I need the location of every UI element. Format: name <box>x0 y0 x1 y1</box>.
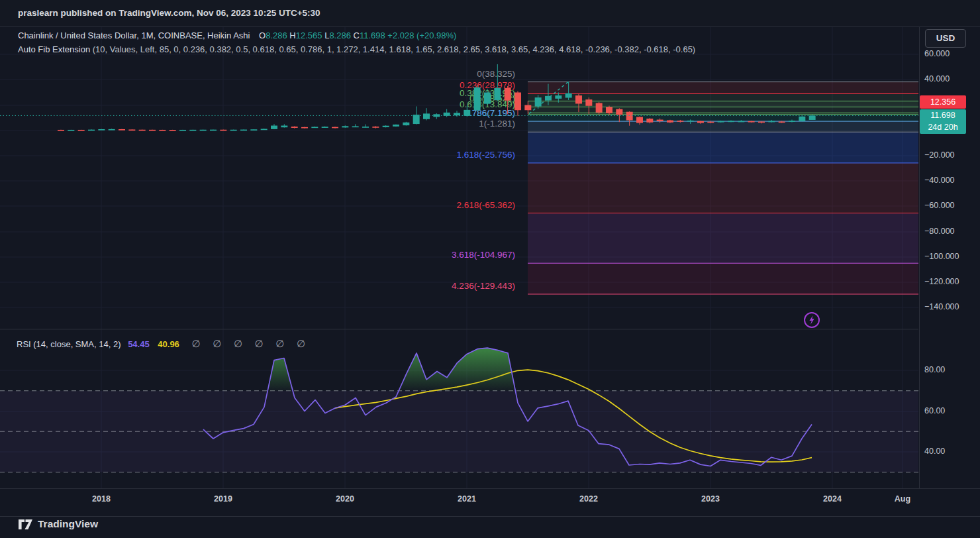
fib-band <box>528 163 918 213</box>
candle <box>98 129 105 131</box>
candle <box>383 126 389 127</box>
fib-level-label: 1.618(-25.756) <box>456 150 515 160</box>
rsi-sma-value: 40.96 <box>158 339 179 349</box>
fib-band <box>528 107 918 113</box>
candle <box>170 130 176 131</box>
candle <box>332 127 338 129</box>
empty-set-icon: ∅ <box>297 338 305 349</box>
time-axis[interactable]: 2018201920202021202220232024Aug <box>0 488 980 517</box>
candle <box>78 130 85 131</box>
change-value: +2.028 (+20.98%) <box>387 30 456 40</box>
ohlc-values: O8.286 H12.565 L8.286 C11.698 +2.028 (+2… <box>259 30 456 40</box>
chart-canvas[interactable]: 0(38.325)0.236(28.978)0.382(23.195)0.5(1… <box>0 0 918 517</box>
candle <box>322 127 328 128</box>
time-axis-label[interactable]: Aug <box>895 494 910 504</box>
candle <box>271 126 277 129</box>
rsi-title[interactable]: RSI (14, close, SMA, 14, 2) <box>17 339 121 349</box>
candle <box>281 126 287 128</box>
time-axis-label[interactable]: 2018 <box>92 494 111 504</box>
candle <box>585 99 592 106</box>
candle <box>413 115 420 124</box>
fib-level-label: 4.236(-129.443) <box>452 281 515 291</box>
candle <box>748 121 755 123</box>
main-legend[interactable]: Chainlink / United States Dollar, 1M, CO… <box>18 30 695 54</box>
candle <box>423 113 430 119</box>
candle <box>667 121 673 123</box>
empty-set-icon: ∅ <box>213 338 221 349</box>
candle <box>505 88 511 101</box>
candle <box>728 121 734 122</box>
candle <box>301 127 308 129</box>
candle <box>220 130 226 131</box>
candle <box>555 95 562 99</box>
candle <box>454 113 460 115</box>
candle <box>697 121 704 123</box>
price-scale-tick: −20.000 <box>924 150 955 160</box>
currency-toggle-button[interactable]: USD <box>925 29 966 48</box>
candle <box>291 127 298 128</box>
candle <box>626 112 633 121</box>
empty-set-icon: ∅ <box>255 338 264 349</box>
candle <box>809 115 816 120</box>
candle <box>149 130 156 131</box>
candle <box>565 93 572 98</box>
price-scale[interactable]: USD 60.00040.000−20.000−40.000−60.000−80… <box>919 27 980 517</box>
candle <box>524 105 531 111</box>
main-pane: 0(38.325)0.236(28.978)0.382(23.195)0.5(1… <box>0 64 918 294</box>
candle <box>240 130 247 131</box>
candle <box>596 103 603 113</box>
time-axis-label[interactable]: 2019 <box>214 494 232 504</box>
time-axis-label[interactable]: 2023 <box>701 494 720 504</box>
bar-countdown: 24d 20h <box>920 121 966 133</box>
time-axis-label[interactable]: 2021 <box>458 494 476 504</box>
candle <box>372 127 379 128</box>
price-scale-tick: −100.000 <box>924 252 959 261</box>
fib-band <box>528 132 918 163</box>
candle <box>606 107 612 113</box>
rsi-pane <box>0 348 918 472</box>
time-axis-label[interactable]: 2022 <box>579 494 598 504</box>
candle <box>636 117 643 123</box>
empty-set-icon: ∅ <box>191 338 200 349</box>
candle <box>58 130 64 131</box>
candle <box>68 130 74 131</box>
candle <box>179 130 186 131</box>
rsi-legend[interactable]: RSI (14, close, SMA, 14, 2) 54.45 40.96 … <box>17 338 305 350</box>
candle <box>230 130 237 131</box>
indicator-title[interactable]: Auto Fib Extension <box>18 44 90 54</box>
candle <box>250 129 257 131</box>
candle <box>352 126 359 127</box>
fib-level-label: 3.618(-104.967) <box>452 250 515 260</box>
flash-boost-icon[interactable] <box>802 310 822 330</box>
time-axis-label[interactable]: 2024 <box>823 494 842 504</box>
tradingview-brand[interactable]: TradingView <box>18 518 98 530</box>
candle <box>109 129 115 131</box>
candle <box>575 95 582 103</box>
fib-band <box>528 115 918 121</box>
tradingview-logo-icon <box>18 519 33 530</box>
symbol-legend-row[interactable]: Chainlink / United States Dollar, 1M, CO… <box>18 30 695 40</box>
empty-set-icon: ∅ <box>234 338 242 349</box>
candle <box>646 119 653 123</box>
candle <box>535 97 542 106</box>
candle <box>484 93 491 104</box>
time-axis-label[interactable]: 2020 <box>336 494 354 504</box>
indicator-legend-row[interactable]: Auto Fib Extension (10, Values, Left, 85… <box>18 44 695 54</box>
candle <box>677 121 683 122</box>
price-scale-tick: −40.000 <box>924 176 955 185</box>
fib-level-label: 1(-1.281) <box>479 119 515 129</box>
candle <box>139 130 146 131</box>
price-scale-tick: 40.00 <box>924 447 945 456</box>
candle <box>200 130 207 131</box>
fib-level-label: 0(38.325) <box>477 69 515 79</box>
price-scale-tick: −120.000 <box>924 277 959 286</box>
tradingview-published-chart: 0(38.325)0.236(28.978)0.382(23.195)0.5(1… <box>0 0 980 538</box>
published-bar: praslearn published on TradingView.com, … <box>0 0 980 27</box>
price-scale-tick: 80.00 <box>924 365 945 374</box>
candle <box>545 96 552 101</box>
candle <box>707 122 714 123</box>
symbol-title[interactable]: Chainlink / United States Dollar, 1M, CO… <box>18 30 250 40</box>
price-scale-tick: −80.000 <box>924 227 955 236</box>
price-scale-tick: −140.000 <box>924 302 959 311</box>
candle <box>311 127 318 128</box>
